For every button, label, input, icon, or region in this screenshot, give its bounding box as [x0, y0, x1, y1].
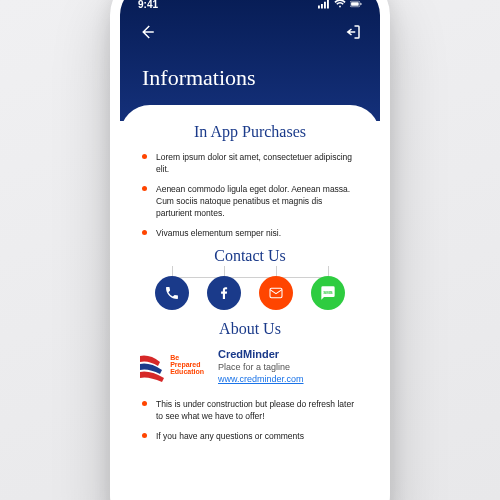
- about-row: Be Prepared Education CredMinder Place f…: [142, 348, 358, 388]
- list-item: If you have any questions or comments: [142, 430, 358, 442]
- email-button[interactable]: [259, 276, 293, 310]
- svg-rect-6: [360, 3, 361, 5]
- svg-rect-1: [321, 4, 323, 9]
- about-heading: About Us: [142, 320, 358, 338]
- nav-bar: [120, 15, 380, 51]
- exit-icon: [344, 23, 362, 41]
- brand-name: CredMinder: [218, 348, 304, 360]
- screen: 9:41 Informations In App Purchases: [120, 0, 380, 500]
- wifi-icon: [334, 0, 346, 9]
- phone-button[interactable]: [155, 276, 189, 310]
- list-item: Vivamus elementum semper nisi.: [142, 227, 358, 239]
- email-icon: [268, 285, 284, 301]
- svg-text:SMS: SMS: [323, 290, 332, 295]
- about-meta: CredMinder Place for a tagline www.credm…: [218, 348, 304, 384]
- brand-tagline: Place for a tagline: [218, 362, 304, 372]
- signal-icon: [318, 0, 330, 9]
- svg-rect-7: [270, 288, 282, 297]
- facebook-icon: [216, 285, 232, 301]
- status-time: 9:41: [138, 0, 158, 10]
- svg-rect-3: [327, 0, 329, 9]
- list-item: Lorem ipsum dolor sit amet, consectetuer…: [142, 151, 358, 176]
- contact-buttons: SMS: [142, 277, 358, 310]
- brand-link[interactable]: www.credminder.com: [218, 374, 304, 384]
- back-arrow-icon: [138, 23, 156, 41]
- phone-icon: [164, 285, 180, 301]
- logo-text: Be Prepared Education: [170, 354, 204, 375]
- battery-icon: [350, 0, 362, 9]
- header: 9:41 Informations: [120, 0, 380, 121]
- svg-rect-2: [324, 2, 326, 9]
- content-card: In App Purchases Lorem ipsum dolor sit a…: [120, 105, 380, 460]
- sms-icon: SMS: [320, 285, 336, 301]
- exit-button[interactable]: [344, 23, 362, 45]
- status-indicators: [318, 0, 362, 9]
- list-item: Aenean commodo ligula eget dolor. Aenean…: [142, 183, 358, 220]
- contact-heading: Contact Us: [142, 247, 358, 265]
- svg-rect-0: [318, 6, 320, 9]
- brand-logo: Be Prepared Education: [142, 348, 204, 388]
- purchases-heading: In App Purchases: [142, 123, 358, 141]
- svg-rect-5: [351, 2, 359, 5]
- list-item: This is under construction but please do…: [142, 398, 358, 423]
- purchases-list: Lorem ipsum dolor sit amet, consectetuer…: [142, 151, 358, 239]
- about-list: This is under construction but please do…: [142, 398, 358, 442]
- back-button[interactable]: [138, 23, 156, 45]
- facebook-button[interactable]: [207, 276, 241, 310]
- status-bar: 9:41: [120, 0, 380, 15]
- phone-frame: 9:41 Informations In App Purchases: [110, 0, 390, 500]
- sms-button[interactable]: SMS: [311, 276, 345, 310]
